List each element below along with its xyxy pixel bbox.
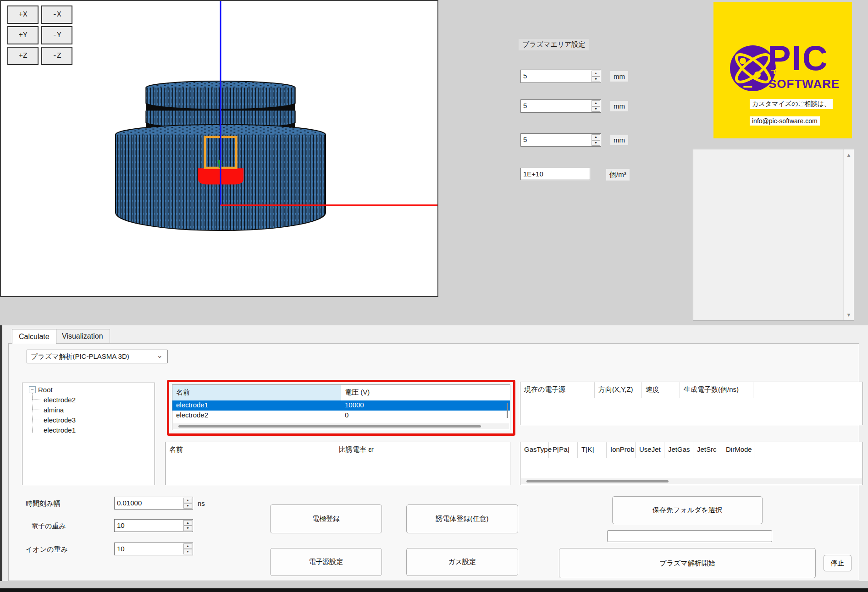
- column-header-jetgas[interactable]: JetGas: [664, 442, 693, 458]
- tree-root-item[interactable]: − Root: [29, 386, 53, 394]
- horizontal-scrollbar-thumb[interactable]: [526, 480, 669, 482]
- horizontal-scrollbar[interactable]: [173, 423, 509, 429]
- plasma-z-size-stepper: ▲ ▼: [592, 134, 600, 146]
- plasma-x-unit-label: mm: [610, 71, 628, 82]
- electron-source-settings-button[interactable]: 電子源設定: [270, 548, 382, 576]
- spin-down-icon[interactable]: ▼: [183, 549, 192, 554]
- column-header-name[interactable]: 名前: [166, 442, 335, 458]
- plasma-y-size-input[interactable]: 5 ▲ ▼: [520, 99, 601, 113]
- horizontal-scrollbar[interactable]: [521, 478, 862, 484]
- table-row[interactable]: electrode1 10000: [172, 400, 510, 411]
- electrode-table[interactable]: 名前 電圧 (V) electrode1 10000 electrode2 0: [172, 384, 510, 430]
- spin-up-icon[interactable]: ▲: [592, 134, 600, 140]
- spin-down-icon[interactable]: ▼: [592, 140, 600, 146]
- scroll-down-icon[interactable]: ▼: [844, 312, 854, 318]
- plasma-z-size-input[interactable]: 5 ▲ ▼: [520, 133, 601, 147]
- tree-collapse-icon[interactable]: −: [29, 386, 36, 393]
- spin-up-icon[interactable]: ▲: [183, 543, 192, 549]
- electron-weight-label: 電子の重み: [31, 522, 66, 531]
- tree-item-electrode3[interactable]: electrode3: [44, 415, 76, 424]
- plasma-density-value: 1E+10: [523, 170, 543, 178]
- log-list-scrollbar[interactable]: ▲ ▼: [843, 149, 854, 320]
- logo-note-line1: カスタマイズのご相談は、: [750, 99, 833, 109]
- spin-up-icon[interactable]: ▲: [592, 71, 600, 77]
- tree-connector-line: [32, 393, 33, 433]
- column-header-gastype[interactable]: GasType: [520, 442, 549, 458]
- tree-stub: [32, 400, 40, 400]
- column-header-ionprob[interactable]: IonProb: [607, 442, 636, 458]
- calculate-tab-page: プラズマ解析(PIC-PLASMA 3D) ⌄ − Root electrode…: [8, 343, 859, 581]
- column-header-blank: [754, 442, 862, 458]
- column-header-permittivity[interactable]: 比誘電率 εr: [335, 442, 510, 458]
- pic-software-logo: + − PIC SOFTWARE カスタマイズのご相談は、 info@pic-s…: [713, 2, 852, 138]
- dielectric-table[interactable]: 名前 比誘電率 εr: [165, 442, 510, 485]
- column-header-name[interactable]: 名前: [172, 385, 341, 400]
- column-header-speed[interactable]: 速度: [642, 382, 680, 398]
- tree-item-electrode2[interactable]: electrode2: [44, 395, 76, 404]
- vertical-scrollbar-thumb[interactable]: [507, 403, 508, 418]
- spin-down-icon[interactable]: ▼: [592, 77, 600, 82]
- view-plus-z-button[interactable]: +Z: [7, 47, 39, 65]
- plasma-z-unit-label: mm: [610, 135, 628, 145]
- spin-up-icon[interactable]: ▲: [183, 520, 192, 526]
- save-folder-path-field[interactable]: [607, 530, 772, 542]
- start-analysis-button[interactable]: プラズマ解析開始: [559, 548, 816, 578]
- column-header-p[interactable]: P[Pa]: [549, 442, 578, 458]
- plasma-y-unit-label: mm: [610, 101, 628, 111]
- select-save-folder-button[interactable]: 保存先フォルダを選択: [612, 496, 763, 524]
- stop-button[interactable]: 停止: [824, 555, 851, 571]
- spin-down-icon[interactable]: ▼: [592, 106, 600, 112]
- column-header-voltage[interactable]: 電圧 (V): [341, 385, 510, 400]
- view-plus-x-button[interactable]: +X: [7, 5, 39, 24]
- gas-table[interactable]: GasType P[Pa] T[K] IonProb UseJet JetGas…: [520, 442, 863, 485]
- plasma-x-size-input[interactable]: 5 ▲ ▼: [520, 70, 601, 83]
- spin-down-icon[interactable]: ▼: [183, 526, 192, 531]
- register-dielectric-button[interactable]: 誘電体登録(任意): [406, 504, 518, 533]
- view-plus-y-button[interactable]: +Y: [7, 26, 39, 44]
- tree-item-almina[interactable]: almina: [44, 405, 64, 414]
- column-header-jetsrc[interactable]: JetSrc: [693, 442, 722, 458]
- column-header-current-source[interactable]: 現在の電子源: [520, 382, 595, 398]
- tree-stub: [32, 420, 40, 420]
- view-minus-x-button[interactable]: -X: [41, 5, 72, 24]
- log-list-panel[interactable]: ▲ ▼: [693, 149, 854, 321]
- model-tree[interactable]: − Root electrode2 almina electrode3 elec…: [22, 383, 155, 485]
- column-header-usejet[interactable]: UseJet: [636, 442, 664, 458]
- window-left-edge: [0, 325, 2, 588]
- tab-visualization[interactable]: Visualization: [55, 329, 110, 343]
- view-minus-z-button[interactable]: -Z: [41, 47, 72, 65]
- tree-stub: [32, 410, 40, 410]
- ion-weight-label: イオンの重み: [26, 545, 68, 554]
- logo-subtitle-text: SOFTWARE: [768, 77, 840, 91]
- 3d-viewport[interactable]: +X -X +Y -Y +Z -Z: [0, 0, 438, 297]
- plasma-y-size-value: 5: [523, 102, 527, 110]
- time-step-input[interactable]: 0.01000 ▲ ▼: [114, 497, 193, 510]
- electron-weight-input[interactable]: 10 ▲ ▼: [114, 519, 193, 532]
- scroll-up-icon[interactable]: ▲: [844, 152, 854, 158]
- view-minus-y-button[interactable]: -Y: [41, 26, 72, 44]
- plasma-area-settings-title: プラズマエリア設定: [519, 39, 589, 50]
- spin-up-icon[interactable]: ▲: [592, 100, 600, 106]
- spin-down-icon[interactable]: ▼: [183, 503, 192, 509]
- column-header-dirmode[interactable]: DirMode: [722, 442, 754, 458]
- view-button-grid: +X -X +Y -Y +Z -Z: [7, 5, 72, 65]
- column-header-electron-count[interactable]: 生成電子数(個/ns): [680, 382, 753, 398]
- register-electrode-button[interactable]: 電極登録: [270, 504, 382, 533]
- cell-name: electrode1: [172, 400, 341, 411]
- spin-up-icon[interactable]: ▲: [183, 498, 192, 503]
- column-header-t[interactable]: T[K]: [578, 442, 607, 458]
- gas-table-header: GasType P[Pa] T[K] IonProb UseJet JetGas…: [520, 442, 862, 458]
- electron-source-table[interactable]: 現在の電子源 方向(X,Y,Z) 速度 生成電子数(個/ns): [520, 382, 863, 425]
- analysis-type-dropdown[interactable]: プラズマ解析(PIC-PLASMA 3D) ⌄: [27, 350, 168, 363]
- plasma-y-size-stepper: ▲ ▼: [592, 100, 600, 112]
- column-header-direction[interactable]: 方向(X,Y,Z): [595, 382, 642, 398]
- tree-item-electrode1[interactable]: electrode1: [44, 425, 76, 434]
- horizontal-scrollbar-thumb[interactable]: [178, 425, 481, 428]
- gas-settings-button[interactable]: ガス設定: [406, 548, 518, 576]
- table-row[interactable]: electrode2 0: [172, 411, 510, 421]
- window-bottom-edge: [0, 588, 868, 592]
- tab-calculate[interactable]: Calculate: [12, 329, 56, 344]
- plasma-density-input[interactable]: 1E+10: [520, 168, 590, 180]
- logo-contact-email: info@pic-software.com: [750, 116, 820, 126]
- ion-weight-input[interactable]: 10 ▲ ▼: [114, 543, 193, 555]
